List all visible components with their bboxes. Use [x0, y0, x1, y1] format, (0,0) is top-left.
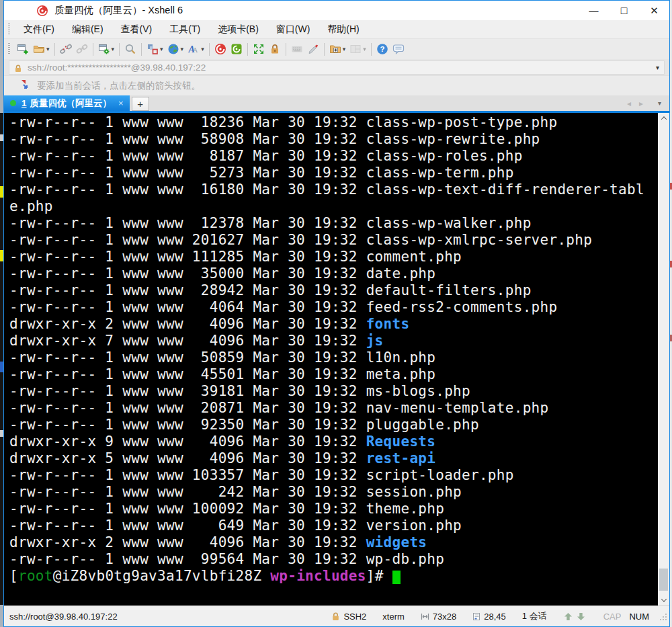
tab-bar: 1 质量四优（阿里云） × + ◂ ▸ ▾ — [4, 95, 669, 113]
scrollbar-thumb[interactable] — [659, 569, 668, 591]
terminal-line: -rw-r--r-- 1 www www 99564 Mar 30 19:32 … — [9, 551, 658, 568]
tab-index: 1 — [22, 98, 27, 108]
terminal-line: -rw-r--r-- 1 www www 18236 Mar 30 19:32 … — [9, 114, 658, 131]
xshell-window: 质量四优（阿里云）- Xshell 6 — □ ✕ 文件(F)编辑(E)查看(V… — [3, 0, 670, 627]
menu-item-5[interactable]: 选项卡(B) — [209, 24, 267, 36]
toolbar: ▾ ▾ ▾ — [4, 39, 669, 59]
layout-button: ▾ — [347, 41, 368, 57]
terminal-line: -rw-r--r-- 1 www www 4064 Mar 30 19:32 f… — [9, 299, 658, 316]
terminal-line: e.php — [9, 198, 658, 215]
address-field[interactable]: ssh://root:******************@39.98.40.1… — [9, 60, 665, 75]
add-session-arrow-icon[interactable] — [21, 79, 31, 92]
tab-list-dropdown-icon[interactable]: ▾ — [658, 99, 661, 107]
toolbar-grip[interactable] — [8, 43, 10, 55]
toolbar-separator — [371, 43, 372, 56]
toolbar-separator — [286, 43, 286, 56]
terminal-output[interactable]: -rw-r--r-- 1 www www 18236 Mar 30 19:32 … — [4, 113, 658, 605]
virtual-keyboard-button — [289, 41, 305, 57]
menu-item-4[interactable]: 工具(T) — [161, 24, 209, 36]
toolbar-separator — [141, 43, 142, 56]
maximize-button[interactable]: □ — [609, 1, 639, 20]
help-button[interactable]: ? — [374, 41, 390, 57]
scroll-up-button[interactable] — [658, 113, 669, 124]
new-session-folder-button[interactable]: ▾ — [327, 41, 348, 57]
screen: 质量四优（阿里云）- Xshell 6 — □ ✕ 文件(F)编辑(E)查看(V… — [0, 0, 672, 627]
lock-screen-button[interactable] — [267, 41, 283, 57]
arrange-session-button[interactable]: ▾ — [144, 41, 165, 57]
dropdown-caret-icon[interactable]: ▾ — [343, 46, 346, 52]
tab-close-icon[interactable]: × — [112, 98, 124, 108]
fullscreen-button[interactable] — [251, 41, 267, 57]
chevron-down-icon — [661, 596, 666, 601]
status-connection: ssh://root@39.98.40.197:22 — [9, 612, 118, 622]
dropdown-caret-icon: ▾ — [363, 46, 366, 52]
arrow-down-icon — [577, 613, 585, 620]
disconnect-button[interactable] — [58, 41, 74, 57]
menu-item-1[interactable]: 文件(F) — [15, 24, 63, 36]
menu-item-3[interactable]: 查看(V) — [112, 24, 161, 36]
address-bar: ssh://root:******************@39.98.40.1… — [4, 59, 669, 75]
terminal-line: -rw-r--r-- 1 www www 649 Mar 30 19:32 ve… — [9, 517, 658, 534]
terminal-line: -rw-r--r-- 1 www www 111285 Mar 30 19:32… — [9, 249, 658, 265]
toolbar-separator — [324, 43, 325, 56]
session-properties-button[interactable]: ▾ — [96, 41, 117, 57]
dropdown-caret-icon[interactable]: ▾ — [46, 46, 50, 52]
terminal-line: -rw-r--r-- 1 www www 20871 Mar 30 19:32 … — [9, 400, 658, 417]
new-session-button[interactable] — [15, 41, 31, 57]
chevron-up-icon — [661, 116, 666, 122]
terminal-line: -rw-r--r-- 1 www www 242 Mar 30 19:32 se… — [9, 484, 658, 501]
scroll-down-button[interactable] — [658, 595, 669, 605]
dropdown-caret-icon[interactable]: ▾ — [112, 46, 115, 52]
feedback-button[interactable] — [390, 41, 407, 57]
toolbar-separator — [119, 43, 120, 56]
menu-item-2[interactable]: 编辑(E) — [63, 24, 112, 36]
xftp-transfer-button[interactable] — [228, 41, 245, 57]
lock-icon — [14, 63, 22, 71]
address-url: ssh://root:******************@39.98.40.1… — [28, 62, 206, 73]
highlighter-button[interactable] — [305, 41, 321, 57]
address-dropdown-icon[interactable]: ▾ — [656, 64, 659, 71]
toolbar-separator — [209, 43, 210, 56]
close-button[interactable]: ✕ — [639, 1, 669, 20]
notice-text: 要添加当前会话，点击左侧的箭头按钮。 — [37, 80, 200, 92]
minimize-button[interactable]: — — [579, 1, 609, 20]
tab-scroll-left-icon[interactable]: ◂ — [627, 99, 631, 108]
dropdown-caret-icon[interactable]: ▾ — [160, 46, 163, 52]
terminal-line: drwxr-xr-x 2 www www 4096 Mar 30 19:32 f… — [9, 316, 658, 333]
tab-scroll-right-icon[interactable]: ▸ — [639, 99, 643, 108]
cursor-position-icon — [472, 612, 480, 621]
terminal-line: drwxr-xr-x 2 www www 4096 Mar 30 19:32 w… — [9, 534, 658, 551]
terminal-line: -rw-r--r-- 1 www www 92350 Mar 30 19:32 … — [9, 417, 658, 433]
terminal-line: -rw-r--r-- 1 www www 103357 Mar 30 19:32… — [9, 467, 658, 484]
terminal-line: -rw-r--r-- 1 www www 100092 Mar 30 19:32… — [9, 501, 658, 517]
menu-bar: 文件(F)编辑(E)查看(V)工具(T)选项卡(B)窗口(W)帮助(H) — [4, 20, 669, 39]
font-button[interactable]: AA ▾ — [185, 41, 206, 57]
svg-text:A: A — [188, 44, 195, 54]
resize-grip[interactable] — [660, 614, 667, 620]
open-sessions-button[interactable]: ▾ — [31, 41, 52, 57]
terminal-line: -rw-r--r-- 1 www www 5273 Mar 30 19:32 c… — [9, 165, 658, 181]
toolbar-grip[interactable] — [8, 24, 10, 36]
xshell-brand-button[interactable] — [212, 41, 228, 57]
terminal-scrollbar[interactable] — [658, 113, 669, 605]
terminal-line: -rw-r--r-- 1 www www 35000 Mar 30 19:32 … — [9, 265, 658, 282]
find-button[interactable] — [122, 41, 138, 57]
terminal-line: -rw-r--r-- 1 www www 39181 Mar 30 19:32 … — [9, 383, 658, 400]
menu-item-7[interactable]: 帮助(H) — [319, 24, 368, 36]
scrollbar-track[interactable] — [658, 124, 669, 595]
terminal-line: -rw-r--r-- 1 www www 45501 Mar 30 19:32 … — [9, 366, 658, 383]
svg-text:?: ? — [380, 45, 384, 53]
session-tab-active[interactable]: 1 质量四优（阿里云） × — [4, 95, 130, 111]
status-cursor-position: 28,45 — [472, 612, 506, 622]
tab-label: 质量四优（阿里云） — [30, 97, 112, 110]
new-tab-button[interactable]: + — [132, 97, 149, 111]
dropdown-caret-icon[interactable]: ▾ — [201, 46, 204, 52]
status-session-count: 1 会话 — [522, 610, 547, 622]
terminal-line: -rw-r--r-- 1 www www 12378 Mar 30 19:32 … — [9, 215, 658, 232]
menu-item-6[interactable]: 窗口(W) — [267, 24, 319, 36]
terminal-line: -rw-r--r-- 1 www www 8187 Mar 30 19:32 c… — [9, 148, 658, 165]
encoding-globe-button[interactable]: ▾ — [165, 41, 186, 57]
xshell-logo-icon — [36, 5, 48, 17]
terminal-line: -rw-r--r-- 1 www www 58908 Mar 30 19:32 … — [9, 131, 658, 148]
dropdown-caret-icon[interactable]: ▾ — [181, 46, 184, 52]
